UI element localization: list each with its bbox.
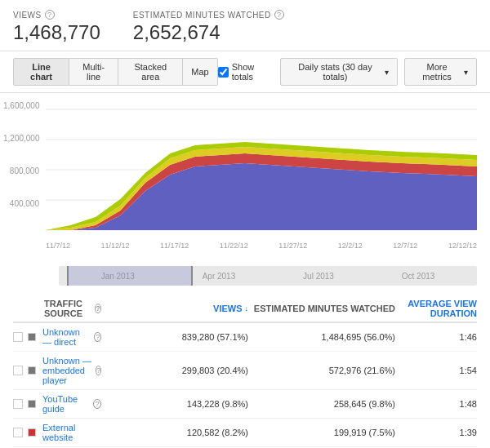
- row-checkbox-1[interactable]: [13, 366, 23, 375]
- minutes-label: ESTIMATED MINUTES WATCHED ?: [133, 10, 284, 20]
- x-label-6: 12/7/12: [393, 242, 417, 250]
- minutes-help-icon[interactable]: ?: [274, 10, 284, 20]
- row-minutes-0: 1,484,695 (56.0%): [248, 332, 395, 342]
- table-rows: Unknown — direct ? 839,280 (57.1%) 1,484…: [13, 323, 477, 448]
- row-minutes-2: 258,645 (9.8%): [248, 399, 395, 409]
- col-duration-header[interactable]: AVERAGE VIEW DURATION: [395, 299, 477, 318]
- timeline-handle[interactable]: [67, 266, 193, 286]
- chart-controls: Line chart Multi-line Stacked area Map S…: [0, 51, 490, 93]
- traffic-table: TRAFFIC SOURCE ? VIEWS ↓ ESTIMATED MINUT…: [0, 292, 490, 448]
- x-label-5: 12/2/12: [338, 242, 363, 250]
- row-duration-1: 1:54: [395, 366, 477, 375]
- timeline-label-2: Jul 2013: [303, 272, 334, 281]
- x-label-2: 11/17/12: [160, 242, 189, 250]
- chart-svg: [46, 101, 477, 240]
- show-totals-checkbox[interactable]: [218, 67, 229, 78]
- more-metrics-dropdown[interactable]: More metrics: [404, 58, 477, 86]
- minutes-stat: ESTIMATED MINUTES WATCHED ? 2,652,674: [133, 10, 284, 44]
- row-duration-3: 1:39: [395, 428, 477, 437]
- row-views-0: 839,280 (57.1%): [101, 332, 248, 342]
- row-color-1: [28, 366, 36, 375]
- col-minutes-header: ESTIMATED MINUTES WATCHED: [248, 304, 395, 313]
- x-label-1: 11/12/12: [101, 242, 130, 250]
- chart-area: 1,600,000 1,200,000 800,000 400,000 11/7…: [0, 93, 490, 264]
- chart-type-buttons: Line chart Multi-line Stacked area Map: [13, 58, 218, 86]
- views-label: VIEWS ?: [13, 10, 100, 20]
- row-views-2: 143,228 (9.8%): [101, 399, 248, 409]
- row-color-3: [28, 428, 36, 437]
- controls-right: Show totals Daily stats (30 day totals) …: [218, 58, 477, 86]
- row-color-0: [28, 333, 36, 341]
- show-totals-label[interactable]: Show totals: [218, 62, 274, 82]
- row-color-2: [28, 400, 36, 408]
- row-checkbox-2[interactable]: [13, 399, 23, 409]
- col-source-header: TRAFFIC SOURCE ?: [44, 299, 101, 318]
- y-label-3: 400,000: [3, 199, 39, 208]
- row-checkbox-0[interactable]: [13, 332, 23, 342]
- y-label-1: 1,200,000: [3, 134, 39, 143]
- chart-timeline[interactable]: Jan 2013 Apr 2013 Jul 2013 Oct 2013: [59, 266, 477, 286]
- views-help-icon[interactable]: ?: [45, 10, 55, 20]
- table-header: TRAFFIC SOURCE ? VIEWS ↓ ESTIMATED MINUT…: [13, 292, 477, 323]
- row-duration-2: 1:48: [395, 399, 477, 409]
- row-views-3: 120,582 (8.2%): [101, 428, 248, 437]
- chart-y-labels: 1,600,000 1,200,000 800,000 400,000: [0, 101, 42, 232]
- minutes-value: 2,652,674: [133, 21, 284, 44]
- line-chart-button[interactable]: Line chart: [13, 58, 69, 86]
- timeline-label-1: Apr 2013: [203, 272, 236, 281]
- row-help-icon[interactable]: ?: [96, 366, 101, 375]
- chart-x-labels: 11/7/12 11/12/12 11/17/12 11/22/12 11/27…: [46, 240, 477, 250]
- timeline-label-3: Oct 2013: [402, 272, 435, 281]
- row-source-0[interactable]: Unknown — direct ?: [42, 327, 101, 347]
- row-help-icon[interactable]: ?: [93, 399, 101, 409]
- row-help-icon[interactable]: ?: [94, 332, 101, 342]
- views-value: 1,468,770: [13, 21, 100, 44]
- row-checkbox-3[interactable]: [13, 428, 23, 437]
- table-row: External website 120,582 (8.2%) 199,919 …: [13, 419, 477, 447]
- views-stat: VIEWS ? 1,468,770: [13, 10, 100, 44]
- source-help-icon[interactable]: ?: [95, 304, 101, 313]
- row-views-1: 299,803 (20.4%): [101, 366, 248, 375]
- row-duration-0: 1:46: [395, 332, 477, 342]
- daily-stats-dropdown[interactable]: Daily stats (30 day totals): [280, 58, 398, 86]
- col-views-header[interactable]: VIEWS ↓: [101, 304, 248, 313]
- row-source-2[interactable]: YouTube guide ?: [42, 394, 101, 414]
- x-label-3: 11/22/12: [220, 242, 248, 250]
- y-label-0: 1,600,000: [3, 101, 39, 110]
- row-minutes-3: 199,919 (7.5%): [248, 428, 395, 437]
- x-label-7: 12/12/12: [448, 242, 477, 250]
- row-source-3[interactable]: External website: [42, 423, 101, 442]
- table-row: YouTube guide ? 143,228 (9.8%) 258,645 (…: [13, 390, 477, 419]
- row-source-1[interactable]: Unknown — embedded player ?: [42, 356, 101, 385]
- x-label-4: 11/27/12: [278, 242, 307, 250]
- stacked-area-button[interactable]: Stacked area: [118, 58, 183, 86]
- row-minutes-1: 572,976 (21.6%): [248, 366, 395, 375]
- map-button[interactable]: Map: [183, 58, 217, 86]
- x-label-0: 11/7/12: [46, 242, 70, 250]
- top-stats: VIEWS ? 1,468,770 ESTIMATED MINUTES WATC…: [0, 0, 490, 51]
- table-row: Unknown — direct ? 839,280 (57.1%) 1,484…: [13, 323, 477, 352]
- table-row: Unknown — embedded player ? 299,803 (20.…: [13, 352, 477, 390]
- y-label-2: 800,000: [3, 166, 39, 175]
- multi-line-button[interactable]: Multi-line: [69, 58, 118, 86]
